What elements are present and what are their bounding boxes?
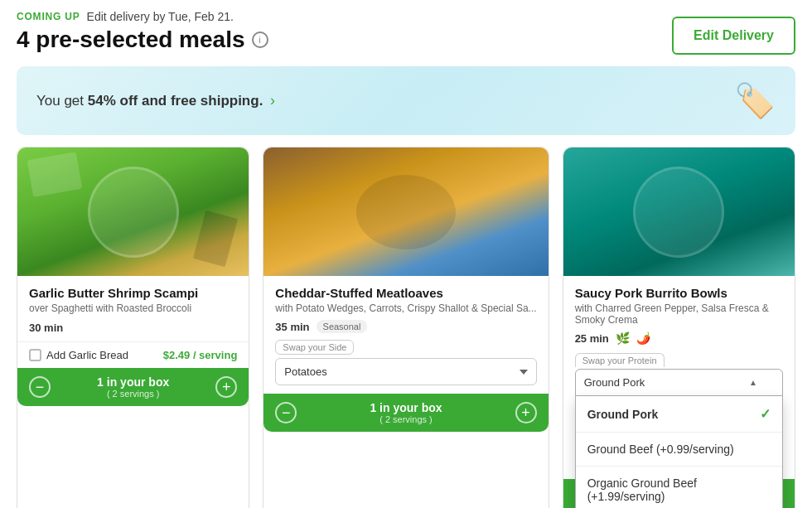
coming-up-row: COMING UP Edit delivery by Tue, Feb 21. <box>17 10 268 23</box>
decrease-button[interactable]: − <box>275 402 297 423</box>
dropdown-item-label: Organic Ground Beef (+1.99/serving) <box>587 477 771 503</box>
addon-price: $2.49 / serving <box>163 349 238 361</box>
meal-card-shrimp: Garlic Butter Shrimp Scampi over Spaghet… <box>17 147 249 508</box>
dropdown-item-label: Ground Beef (+0.99/serving) <box>587 443 734 456</box>
meal-meta: 25 min 🌿 🌶️ <box>575 331 783 345</box>
meal-card-meatloaf: Cheddar-Stuffed Meatloaves with Potato W… <box>263 147 549 508</box>
header: COMING UP Edit delivery by Tue, Feb 21. … <box>0 0 812 55</box>
dropdown-item-ground-beef[interactable]: Ground Beef (+0.99/serving) <box>576 432 782 466</box>
seasonal-badge: Seasonal <box>317 320 368 333</box>
meal-title: Saucy Pork Burrito Bowls <box>575 286 783 300</box>
tag-icon: 🏷️ <box>734 81 776 120</box>
check-icon: ✓ <box>760 406 771 422</box>
swap-side-section: Swap your Side Potatoes Salad Green Bean… <box>263 340 548 394</box>
addon-checkbox[interactable] <box>29 349 41 361</box>
swap-protein-section: Swap your Protein Ground Pork ▲ Ground P… <box>563 351 795 396</box>
meal-time: 30 min <box>29 322 63 334</box>
quantity-label: 1 in your box <box>97 375 169 389</box>
meal-image-meatloaf <box>263 148 548 276</box>
meal-card-burrito: Saucy Pork Burrito Bowls with Charred Gr… <box>563 147 795 508</box>
quantity-bar-shrimp: − 1 in your box ( 2 servings ) + <box>17 368 249 406</box>
info-icon[interactable]: i <box>252 31 268 48</box>
quantity-label: 1 in your box <box>370 401 442 414</box>
meal-info-shrimp: Garlic Butter Shrimp Scampi over Spaghet… <box>17 276 249 335</box>
servings-label: ( 2 servings ) <box>370 414 442 424</box>
discount-arrow: › <box>270 92 275 109</box>
dropdown-item-ground-pork[interactable]: Ground Pork ✓ <box>576 396 782 432</box>
meal-info-meatloaf: Cheddar-Stuffed Meatloaves with Potato W… <box>263 276 548 333</box>
diet-icon-pepper: 🌶️ <box>636 331 650 345</box>
meal-time: 35 min <box>275 321 309 333</box>
dropdown-item-organic-beef[interactable]: Organic Ground Beef (+1.99/serving) <box>576 466 782 508</box>
meal-image-shrimp <box>17 148 249 276</box>
chevron-up-icon: ▲ <box>749 378 757 387</box>
swap-label: Swap your Protein <box>575 353 665 367</box>
meal-title: Garlic Butter Shrimp Scampi <box>29 286 237 300</box>
meal-meta: 35 min Seasonal <box>275 320 536 333</box>
meal-title: Cheddar-Stuffed Meatloaves <box>275 286 536 300</box>
meals-grid: Garlic Butter Shrimp Scampi over Spaghet… <box>0 147 812 508</box>
edit-delivery-button[interactable]: Edit Delivery <box>672 17 795 55</box>
meal-time: 25 min <box>575 332 609 345</box>
meal-info-burrito: Saucy Pork Burrito Bowls with Charred Gr… <box>563 276 795 345</box>
servings-label: ( 2 servings ) <box>97 389 169 399</box>
meal-meta: 30 min <box>29 320 237 335</box>
selected-protein-label: Ground Pork <box>584 376 645 389</box>
addon-row: Add Garlic Bread $2.49 / serving <box>17 341 249 368</box>
page-title: 4 pre-selected meals <box>17 27 245 53</box>
dropdown-item-label: Ground Pork <box>587 408 659 421</box>
pre-selected-row: 4 pre-selected meals i <box>17 27 268 53</box>
quantity-text: 1 in your box ( 2 servings ) <box>370 401 442 424</box>
addon-label: Add Garlic Bread <box>46 349 128 361</box>
swap-label: Swap your Side <box>275 340 354 355</box>
protein-dropdown: Ground Pork ✓ Ground Beef (+0.99/serving… <box>575 396 783 508</box>
meal-image-burrito <box>563 148 795 276</box>
quantity-bar-meatloaf: − 1 in your box ( 2 servings ) + <box>263 394 548 432</box>
coming-up-text: Edit delivery by Tue, Feb 21. <box>87 10 234 23</box>
meal-subtitle: with Potato Wedges, Carrots, Crispy Shal… <box>275 302 536 314</box>
left-header: COMING UP Edit delivery by Tue, Feb 21. … <box>17 10 268 53</box>
swap-select-wrapper: Ground Pork ▲ Ground Pork ✓ Ground Beef … <box>575 369 783 396</box>
increase-button[interactable]: + <box>515 402 537 423</box>
meal-subtitle: with Charred Green Pepper, Salsa Fresca … <box>575 302 783 326</box>
discount-banner[interactable]: You get 54% off and free shipping. › 🏷️ <box>17 66 795 135</box>
swap-select-side[interactable]: Potatoes Salad Green Beans <box>275 358 536 385</box>
quantity-text: 1 in your box ( 2 servings ) <box>97 375 169 399</box>
swap-select-open-display[interactable]: Ground Pork ▲ <box>575 369 783 396</box>
increase-button[interactable]: + <box>215 376 237 398</box>
coming-up-label: COMING UP <box>17 11 80 22</box>
decrease-button[interactable]: − <box>29 376 51 398</box>
meal-subtitle: over Spaghetti with Roasted Broccoli <box>29 302 237 314</box>
discount-text: You get 54% off and free shipping. › <box>36 92 275 109</box>
diet-icon-leaf: 🌿 <box>616 331 630 345</box>
